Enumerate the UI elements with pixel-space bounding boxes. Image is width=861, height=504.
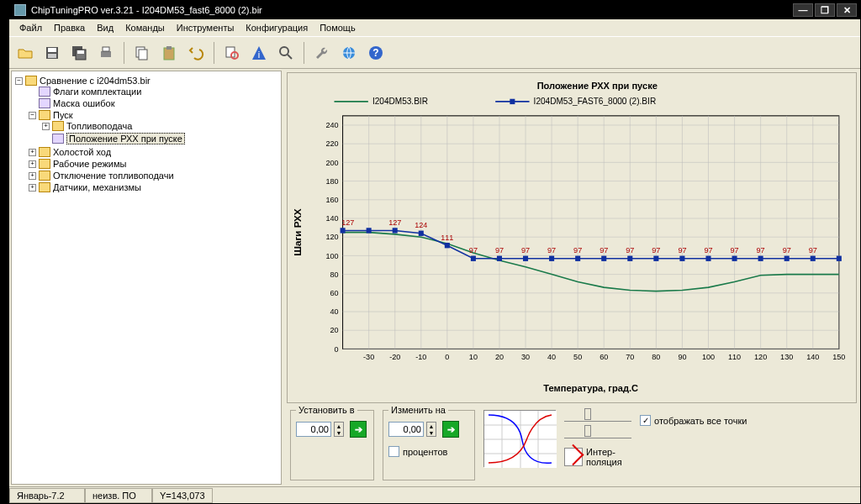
svg-text:97: 97 <box>652 246 660 255</box>
tree-panel[interactable]: − Сравнение с i204dm53.bir Флаги комплек… <box>11 71 282 485</box>
toolbar-network-button[interactable] <box>338 42 360 64</box>
minimize-button[interactable]: — <box>793 3 813 17</box>
svg-rect-1 <box>48 48 56 52</box>
percent-checkbox[interactable] <box>388 446 399 457</box>
svg-rect-25 <box>510 99 515 104</box>
svg-rect-99 <box>471 256 476 261</box>
svg-text:97: 97 <box>469 246 478 255</box>
toolbar-undo-button[interactable] <box>185 42 207 64</box>
svg-text:160: 160 <box>325 196 338 204</box>
change-value-input[interactable] <box>388 422 424 437</box>
expand-icon[interactable]: + <box>42 123 50 130</box>
tree-item-idle[interactable]: + Холостой ход <box>29 147 277 157</box>
expand-icon[interactable]: + <box>29 172 36 180</box>
expand-icon[interactable]: + <box>29 149 36 156</box>
svg-rect-94 <box>341 228 346 233</box>
toolbar-info-button[interactable]: i <box>248 42 270 64</box>
toolbar-saveas-button[interactable] <box>68 42 90 64</box>
set-value-spinner[interactable]: ▲▼ <box>334 422 344 437</box>
close-button[interactable]: ✕ <box>837 3 857 17</box>
curve-thumbnail[interactable] <box>483 410 556 467</box>
tree-label: Маска ошибок <box>53 98 114 108</box>
tree-label-selected: Положение РХХ при пуске <box>66 133 185 144</box>
tree-item-iac-start[interactable]: Положение РХХ при пуске <box>42 133 277 144</box>
svg-rect-98 <box>445 243 450 248</box>
svg-rect-100 <box>497 256 502 261</box>
slider-1[interactable] <box>564 410 631 422</box>
collapse-icon[interactable]: − <box>15 77 23 85</box>
app-icon <box>14 4 26 16</box>
tree-item-fuelcut[interactable]: + Отключение топливоподачи <box>29 171 277 181</box>
svg-point-16 <box>280 47 288 55</box>
menu-view[interactable]: Вид <box>92 21 119 34</box>
svg-text:20: 20 <box>330 326 338 334</box>
svg-text:97: 97 <box>704 246 712 255</box>
toolbar-zoom-button[interactable] <box>275 42 297 64</box>
svg-text:?: ? <box>372 47 378 59</box>
maximize-button[interactable]: ❐ <box>815 3 835 17</box>
svg-text:0: 0 <box>334 344 338 353</box>
toolbar-find-button[interactable] <box>221 42 243 64</box>
svg-rect-10 <box>164 48 174 60</box>
leaf-icon <box>52 134 64 144</box>
tree-item-start[interactable]: − Пуск <box>29 110 277 120</box>
percent-label: процентов <box>403 447 447 457</box>
expand-icon[interactable]: + <box>29 184 36 192</box>
folder-icon <box>52 121 64 131</box>
svg-text:97: 97 <box>600 246 608 255</box>
svg-rect-11 <box>166 46 172 50</box>
set-value-input[interactable] <box>296 422 331 437</box>
tree-item-errmask[interactable]: Маска ошибок <box>29 98 277 108</box>
svg-text:-30: -30 <box>363 353 374 361</box>
svg-text:111: 111 <box>441 234 453 242</box>
folder-icon <box>39 147 50 157</box>
tree-item-run[interactable]: + Рабочие режимы <box>29 159 277 169</box>
svg-rect-96 <box>393 228 398 233</box>
menu-edit[interactable]: Правка <box>49 21 90 34</box>
svg-text:180: 180 <box>325 177 338 186</box>
toolbar-save-button[interactable] <box>41 42 63 64</box>
toolbar-paste-button[interactable] <box>158 42 180 64</box>
show-all-points-row[interactable]: отображать все точки <box>640 415 747 426</box>
chart-area[interactable]: Положение РХХ при пускеI204DM53.BIRI204D… <box>287 72 857 403</box>
interpolation-button[interactable]: Интер- поляция <box>564 447 631 467</box>
leaf-icon <box>39 87 50 97</box>
leaf-icon <box>39 98 50 108</box>
svg-text:100: 100 <box>702 353 715 361</box>
toolbar: i ? <box>9 37 860 69</box>
folder-icon <box>39 110 50 120</box>
menu-commands[interactable]: Команды <box>120 21 170 34</box>
svg-rect-5 <box>77 50 84 54</box>
tree-root[interactable]: − Сравнение с i204dm53.bir <box>15 76 277 86</box>
slider-2[interactable] <box>564 427 631 438</box>
svg-text:40: 40 <box>547 353 556 361</box>
change-value-spinner[interactable]: ▲▼ <box>426 422 436 437</box>
menu-help[interactable]: Помощь <box>314 21 361 34</box>
menu-config[interactable]: Конфигурация <box>240 21 313 34</box>
menu-tools[interactable]: Инструменты <box>172 21 240 34</box>
percent-checkbox-row[interactable]: процентов <box>388 446 469 457</box>
toolbar-wrench-button[interactable] <box>311 42 333 64</box>
toolbar-help-button[interactable]: ? <box>365 42 387 64</box>
svg-text:110: 110 <box>728 353 741 361</box>
expand-icon[interactable]: + <box>29 160 36 168</box>
svg-text:Положение РХХ при пуске: Положение РХХ при пуске <box>537 81 658 91</box>
window-title: ChipTuningPRO ver.3.21 - I204DM53_fast6_… <box>31 5 262 15</box>
toolbar-copy-button[interactable] <box>131 42 153 64</box>
svg-text:97: 97 <box>547 246 556 255</box>
tree-item-flags[interactable]: Флаги комплектации <box>29 87 277 97</box>
status-cell-sw: неизв. ПО <box>85 488 152 503</box>
tree-label: Рабочие режимы <box>53 159 126 169</box>
tree-item-sensors[interactable]: + Датчики, механизмы <box>29 182 277 192</box>
change-value-apply-button[interactable]: ➔ <box>442 421 459 438</box>
tree-item-fuel[interactable]: + Топливоподача <box>42 121 277 131</box>
menu-file[interactable]: Файл <box>14 21 47 34</box>
show-all-points-checkbox[interactable] <box>640 415 651 426</box>
collapse-icon[interactable]: − <box>29 112 36 119</box>
toolbar-open-button[interactable] <box>14 42 36 64</box>
set-value-apply-button[interactable]: ➔ <box>350 421 367 438</box>
svg-rect-6 <box>101 51 111 57</box>
interpolation-label: Интер- поляция <box>586 447 622 467</box>
tree-label: Датчики, механизмы <box>53 182 141 192</box>
toolbar-print-button[interactable] <box>95 42 117 64</box>
